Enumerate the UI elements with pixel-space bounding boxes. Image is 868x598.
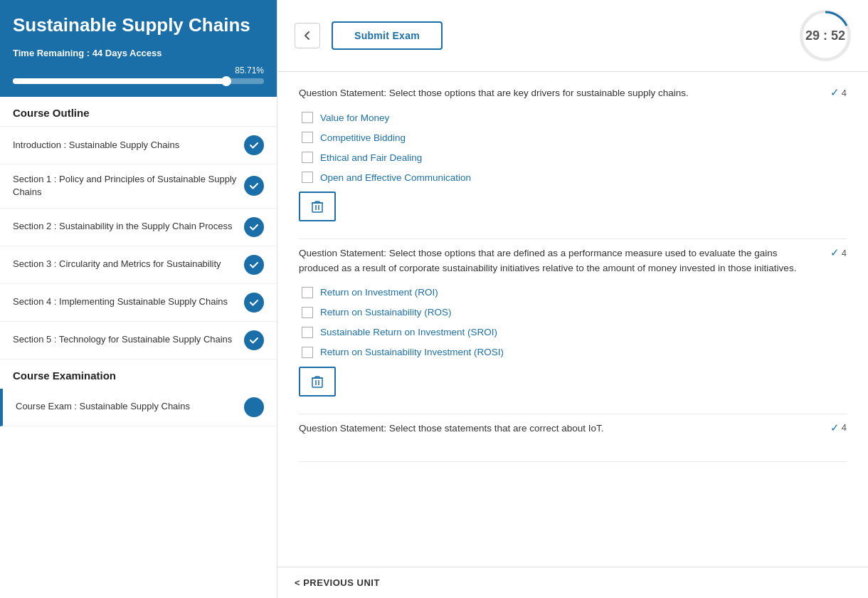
option-row-1-0: Return on Investment (ROI) xyxy=(299,287,847,298)
check-icon-2 xyxy=(249,222,259,232)
exam-item-label-0: Course Exam : Sustainable Supply Chains xyxy=(16,400,244,413)
option-label-1-2[interactable]: Sustainable Return on Investment (SROI) xyxy=(320,327,497,337)
progress-bar-fill xyxy=(13,78,228,84)
option-label-1-3[interactable]: Return on Sustainability Investment (ROS… xyxy=(320,347,504,357)
outline-item-check-0 xyxy=(244,135,264,155)
option-label-0-0[interactable]: Value for Money xyxy=(320,112,389,123)
check-icon-4 xyxy=(249,298,259,308)
option-row-1-1: Return on Sustainability (ROS) xyxy=(299,307,847,318)
question-points-0: ✓ 4 xyxy=(830,86,847,99)
points-check-icon-0: ✓ xyxy=(830,86,840,99)
points-check-icon-2: ✓ xyxy=(830,421,840,434)
points-value-0: 4 xyxy=(842,88,847,98)
time-remaining: Time Remaining : 44 Days Access xyxy=(13,48,264,58)
sidebar-item-4[interactable]: Section 4 : Implementing Sustainable Sup… xyxy=(0,284,277,322)
back-button[interactable] xyxy=(295,23,320,48)
option-label-1-0[interactable]: Return on Investment (ROI) xyxy=(320,287,438,298)
option-row-0-3: Open and Effective Communication xyxy=(299,172,847,183)
option-row-0-1: Competitive Bidding xyxy=(299,132,847,143)
sidebar-item-0[interactable]: Introduction : Sustainable Supply Chains xyxy=(0,127,277,164)
option-row-0-0: Value for Money xyxy=(299,112,847,123)
sidebar: Sustainable Supply Chains Time Remaining… xyxy=(0,0,277,598)
trash-icon-1 xyxy=(312,375,323,388)
sidebar-item-1[interactable]: Section 1 : Policy and Principles of Sus… xyxy=(0,164,277,208)
svg-rect-6 xyxy=(312,378,322,387)
option-label-0-2[interactable]: Ethical and Fair Dealing xyxy=(320,152,422,163)
outline-item-check-2 xyxy=(244,217,264,237)
svg-rect-2 xyxy=(312,203,322,212)
sidebar-item-5[interactable]: Section 5 : Technology for Sustainable S… xyxy=(0,322,277,360)
trash-icon-0 xyxy=(312,200,323,213)
option-checkbox-0-1[interactable] xyxy=(302,132,313,143)
exam-timer: 29 : 52 xyxy=(800,10,851,61)
progress-label: 85.71% xyxy=(13,65,264,75)
check-icon-5 xyxy=(249,335,259,345)
question-statement-2: Question Statement: Select those stateme… xyxy=(299,421,830,436)
option-checkbox-1-1[interactable] xyxy=(302,307,313,318)
timer-arc-svg xyxy=(800,10,851,61)
option-label-0-3[interactable]: Open and Effective Communication xyxy=(320,172,471,183)
prev-unit-button[interactable]: < PREVIOUS UNIT xyxy=(295,577,380,588)
option-row-1-2: Sustainable Return on Investment (SROI) xyxy=(299,327,847,338)
option-checkbox-0-3[interactable] xyxy=(302,172,313,183)
question-points-2: ✓ 4 xyxy=(830,421,847,434)
sidebar-body: Course Outline Introduction : Sustainabl… xyxy=(0,97,277,598)
check-icon-3 xyxy=(249,260,259,270)
option-checkbox-1-2[interactable] xyxy=(302,327,313,338)
outline-item-check-3 xyxy=(244,255,264,275)
outline-item-check-1 xyxy=(244,176,264,196)
option-checkbox-0-0[interactable] xyxy=(302,112,313,123)
outline-items-container: Introduction : Sustainable Supply Chains… xyxy=(0,127,277,359)
sidebar-header: Sustainable Supply Chains Time Remaining… xyxy=(0,0,277,97)
option-checkbox-1-3[interactable] xyxy=(302,347,313,358)
question-block-0: Question Statement: Select those options… xyxy=(299,86,847,239)
outline-item-check-5 xyxy=(244,330,264,350)
question-points-1: ✓ 4 xyxy=(830,246,847,259)
question-block-2: Question Statement: Select those stateme… xyxy=(299,421,847,462)
outline-item-label-2: Section 2 : Sustainability in the Supply… xyxy=(13,220,244,233)
option-label-1-1[interactable]: Return on Sustainability (ROS) xyxy=(320,307,452,318)
delete-button-0[interactable] xyxy=(299,192,336,221)
main-footer: < PREVIOUS UNIT xyxy=(277,567,868,598)
outline-item-label-3: Section 3 : Circularity and Metrics for … xyxy=(13,258,244,271)
question-block-1: Question Statement: Select those options… xyxy=(299,246,847,414)
outline-item-check-4 xyxy=(244,293,264,313)
exam-item-0[interactable]: Course Exam : Sustainable Supply Chains xyxy=(0,389,277,426)
question-statement-1: Question Statement: Select those options… xyxy=(299,246,830,276)
sidebar-item-2[interactable]: Section 2 : Sustainability in the Supply… xyxy=(0,209,277,246)
exam-heading: Course Examination xyxy=(0,360,277,389)
exam-items-container: Course Exam : Sustainable Supply Chains xyxy=(0,389,277,426)
option-checkbox-0-2[interactable] xyxy=(302,152,313,163)
course-outline-heading: Course Outline xyxy=(0,97,277,127)
exam-item-dot-0 xyxy=(244,397,264,417)
outline-item-label-1: Section 1 : Policy and Principles of Sus… xyxy=(13,173,244,199)
outline-item-label-0: Introduction : Sustainable Supply Chains xyxy=(13,139,244,152)
question-header-1: Question Statement: Select those options… xyxy=(299,246,847,276)
main-content: Question Statement: Select those options… xyxy=(277,72,868,567)
question-statement-0: Question Statement: Select those options… xyxy=(299,86,830,100)
points-check-icon-1: ✓ xyxy=(830,246,840,259)
option-checkbox-1-0[interactable] xyxy=(302,287,313,298)
points-value-1: 4 xyxy=(842,248,847,258)
option-label-0-1[interactable]: Competitive Bidding xyxy=(320,132,406,143)
option-row-0-2: Ethical and Fair Dealing xyxy=(299,152,847,163)
progress-bar-container xyxy=(13,78,264,84)
question-header-2: Question Statement: Select those stateme… xyxy=(299,421,847,436)
back-icon xyxy=(301,29,314,42)
points-value-2: 4 xyxy=(842,422,847,433)
check-icon-0 xyxy=(249,140,259,150)
course-title: Sustainable Supply Chains xyxy=(13,14,264,36)
delete-button-1[interactable] xyxy=(299,367,336,397)
questions-container: Question Statement: Select those options… xyxy=(299,86,847,462)
question-header-0: Question Statement: Select those options… xyxy=(299,86,847,100)
main-header: Submit Exam 29 : 52 xyxy=(277,0,868,72)
outline-item-label-4: Section 4 : Implementing Sustainable Sup… xyxy=(13,295,244,308)
outline-item-label-5: Section 5 : Technology for Sustainable S… xyxy=(13,333,244,346)
check-icon-1 xyxy=(249,181,259,191)
option-row-1-3: Return on Sustainability Investment (ROS… xyxy=(299,347,847,358)
submit-exam-button[interactable]: Submit Exam xyxy=(332,21,443,50)
sidebar-item-3[interactable]: Section 3 : Circularity and Metrics for … xyxy=(0,246,277,284)
main-panel: Submit Exam 29 : 52 Question Statement: … xyxy=(277,0,868,598)
